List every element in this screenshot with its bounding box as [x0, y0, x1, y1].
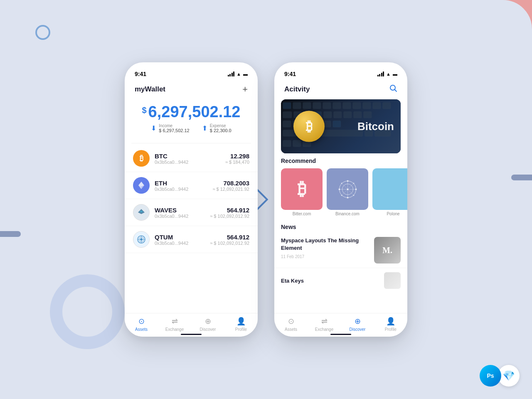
- coin-item-eth[interactable]: ETH 0x3b5ca0...9442 708.2003 ≈ $ 12,092,…: [125, 172, 258, 199]
- recommend-name-binance: Binance.com: [327, 212, 368, 216]
- recommend-item-bitter[interactable]: ₿ Bitter.com: [281, 168, 323, 216]
- recommend-card-polo: [372, 168, 407, 210]
- recommend-item-polo[interactable]: Polone: [372, 168, 407, 216]
- nav-exchange-label-2: Exchange: [315, 327, 333, 332]
- svg-rect-28: [334, 111, 342, 118]
- bg-decoration-arc: [461, 0, 532, 71]
- svg-point-62: [353, 182, 354, 184]
- coin-amount-btc: 12.298: [225, 153, 249, 160]
- income-item: ⬇ Income $ 6,297,502.12: [151, 123, 189, 133]
- banner-image: ₿ Bitcoin: [281, 99, 401, 153]
- svg-rect-19: [353, 102, 361, 108]
- recommend-card-bitter: ₿: [281, 168, 323, 210]
- coin-icon-waves: [133, 204, 150, 221]
- recommend-list: ₿ Bitter.com: [274, 167, 407, 219]
- news-item-partial[interactable]: Eta Keys: [274, 268, 407, 293]
- nav-discover-2[interactable]: ⊕ Discover: [341, 317, 374, 332]
- nav-discover[interactable]: ⊕ Discover: [191, 317, 224, 332]
- nav-profile-icon: 👤: [236, 317, 246, 326]
- banner-bitcoin-text: Bitcoin: [357, 120, 394, 133]
- income-value: $ 6,297,502.12: [159, 128, 189, 133]
- coin-icon-btc: ₿: [133, 150, 150, 167]
- bitcoin-coin: ₿: [293, 111, 325, 142]
- news-date-1: 11 Feb 2017: [281, 254, 370, 259]
- coin-usd-qtum: ≈ $ 102,092,012.92: [210, 241, 249, 246]
- battery-icon-2: ▬: [393, 71, 397, 76]
- income-icon: ⬇: [151, 124, 156, 132]
- nav-assets-icon-2: ⊙: [288, 317, 294, 326]
- svg-rect-30: [354, 111, 362, 118]
- balance-number: 6,297,502.12: [148, 103, 241, 121]
- coin-info-btc: BTC 0x3b5ca0...9442: [155, 153, 225, 165]
- coin-item-btc[interactable]: ₿ BTC 0x3b5ca0...9442 12.298 ≈ $ 184,470: [125, 145, 258, 172]
- bottom-nav-wallet: ⊙ Assets ⇌ Exchange ⊕ Discover 👤 Profile: [125, 313, 258, 337]
- bg-decoration-circle: [35, 25, 50, 40]
- nav-exchange[interactable]: ⇌ Exchange: [158, 317, 191, 332]
- status-bar-wallet: 9:41 ▲ ▬: [125, 62, 258, 81]
- income-text: Income $ 6,297,502.12: [159, 123, 189, 133]
- balance-currency-symbol: $: [142, 106, 146, 115]
- coin-usd-btc: ≈ $ 184,470: [225, 160, 249, 165]
- svg-rect-44: [293, 140, 301, 147]
- coin-icon-eth: [133, 177, 150, 194]
- coin-info-waves: WAVES 0x3b5ca0...9442: [155, 207, 210, 219]
- wallet-add-button[interactable]: +: [242, 84, 248, 95]
- svg-rect-15: [313, 102, 321, 108]
- nav-exchange-label: Exchange: [165, 327, 184, 332]
- news-section-title: News: [274, 219, 407, 233]
- phone-wallet-content: myWallet + $ 6,297,502.12 ⬇ Income $ 6,2…: [125, 81, 258, 313]
- bg-decoration-bar-right: [511, 175, 532, 180]
- nav-exchange-2[interactable]: ⇌ Exchange: [308, 317, 341, 332]
- svg-point-59: [355, 188, 357, 190]
- phone-activity-content: Acitvity: [274, 81, 407, 313]
- coin-info-qtum: QTUM 0x3b5ca0...9442: [155, 234, 210, 246]
- activity-header: Acitvity: [274, 81, 407, 99]
- coin-name-waves: WAVES: [155, 207, 210, 214]
- coin-item-waves[interactable]: WAVES 0x3b5ca0...9442 564.912 ≈ $ 102,09…: [125, 199, 258, 226]
- recommend-item-binance[interactable]: Binance.com: [327, 168, 368, 216]
- bg-decoration-circle-lg: [50, 274, 125, 349]
- income-expense: ⬇ Income $ 6,297,502.12 ⬆ Expense $ 22,3…: [135, 121, 248, 136]
- coin-amount-qtum: 564.912: [210, 234, 249, 241]
- news-section: Myspace Layouts The Missing Element 11 F…: [274, 233, 407, 313]
- svg-rect-22: [383, 102, 391, 108]
- nav-assets-icon: ⊙: [138, 317, 145, 326]
- wifi-icon: ▲: [236, 71, 241, 76]
- svg-point-56: [347, 180, 348, 182]
- search-button[interactable]: [389, 84, 397, 94]
- svg-rect-23: [283, 111, 292, 118]
- nav-profile-2[interactable]: 👤 Profile: [374, 317, 407, 332]
- bg-decoration-bar-left: [0, 231, 21, 237]
- nav-profile[interactable]: 👤 Profile: [224, 317, 258, 332]
- photoshop-icon: Ps: [480, 365, 501, 387]
- nav-assets[interactable]: ⊙ Assets: [125, 317, 158, 332]
- svg-point-61: [353, 195, 354, 196]
- svg-rect-14: [303, 102, 311, 108]
- news-title-1: Myspace Layouts The Missing Element: [281, 237, 370, 252]
- svg-rect-27: [324, 111, 332, 118]
- recommend-card-binance: [327, 168, 368, 210]
- wallet-header: myWallet +: [125, 81, 258, 100]
- status-icons-wallet: ▲ ▬: [228, 71, 248, 76]
- coin-amount-waves: 564.912: [210, 207, 249, 214]
- svg-rect-46: [283, 102, 291, 108]
- news-title-partial: Eta Keys: [281, 278, 304, 284]
- nav-assets-label-2: Assets: [285, 327, 297, 332]
- svg-rect-43: [283, 140, 291, 147]
- nav-exchange-icon-2: ⇌: [321, 317, 328, 326]
- svg-rect-17: [333, 102, 341, 108]
- svg-point-63: [341, 195, 342, 196]
- svg-rect-20: [363, 102, 371, 108]
- balance-amount: $ 6,297,502.12: [135, 103, 248, 121]
- coin-values-eth: 708.2003 ≈ $ 12,092,021.92: [212, 180, 249, 192]
- nav-assets-2[interactable]: ⊙ Assets: [274, 317, 308, 332]
- news-item-1[interactable]: Myspace Layouts The Missing Element 11 F…: [274, 233, 407, 268]
- news-thumb-partial: [384, 272, 401, 289]
- balance-section: $ 6,297,502.12 ⬇ Income $ 6,297,502.12 ⬆: [125, 100, 258, 143]
- nav-discover-label: Discover: [200, 327, 216, 332]
- coin-values-waves: 564.912 ≈ $ 102,092,012.92: [210, 207, 249, 219]
- coin-item-qtum[interactable]: QTUM 0x3b5ca0...9442 564.912 ≈ $ 102,092…: [125, 226, 258, 253]
- coin-name-btc: BTC: [155, 153, 225, 160]
- svg-rect-32: [283, 121, 291, 127]
- nav-indicator-2: [330, 334, 351, 335]
